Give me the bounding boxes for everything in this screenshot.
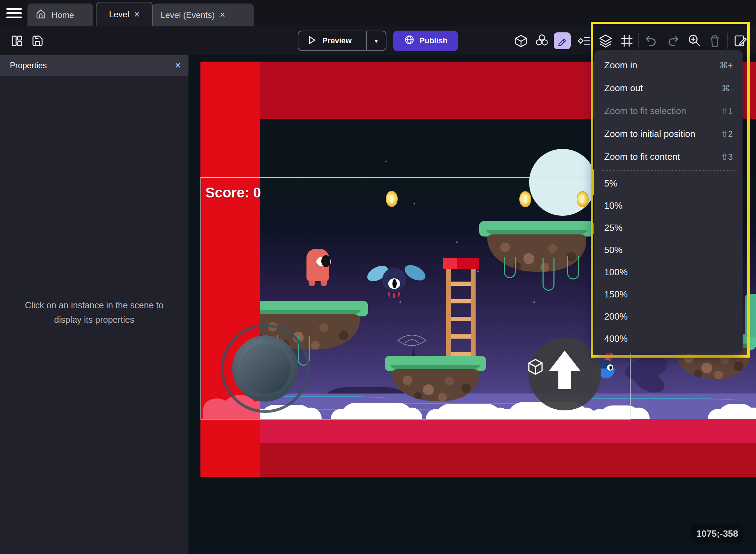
menu-item-label: Zoom out — [604, 83, 643, 94]
menu-item-label: 400% — [604, 333, 628, 344]
menu-item-zoom-400[interactable]: 400% — [594, 328, 743, 350]
menu-item-zoom-fit-content[interactable]: Zoom to fit content ⇧3 — [594, 145, 743, 168]
redo-icon[interactable] — [665, 33, 681, 49]
up-arrow-stem — [558, 370, 571, 389]
tab-level[interactable]: Level × — [96, 2, 153, 26]
up-arrow-icon — [549, 351, 581, 371]
menu-item-zoom-150[interactable]: 150% — [594, 283, 743, 306]
properties-panel-header: Properties × — [0, 55, 188, 76]
trash-icon[interactable] — [707, 33, 723, 49]
app-window: Home Level × Level (Events) × Preview ▼ — [0, 0, 756, 554]
close-tab-icon[interactable]: × — [219, 10, 225, 20]
menu-item-label: 200% — [604, 311, 628, 322]
toolbar-divider — [638, 33, 639, 49]
menu-divider — [602, 170, 735, 171]
properties-panel-title: Properties — [10, 61, 47, 70]
menu-item-zoom-50[interactable]: 50% — [594, 239, 743, 261]
instances-list-icon[interactable] — [577, 33, 592, 49]
menu-item-label: 100% — [604, 267, 628, 278]
hamburger-bar — [6, 8, 22, 10]
home-icon — [35, 8, 47, 22]
save-icon[interactable] — [30, 33, 45, 49]
menu-item-shortcut: ⇧2 — [721, 129, 733, 139]
menu-item-zoom-initial-position[interactable]: Zoom to initial position ⇧2 — [594, 122, 743, 145]
menu-item-label: Zoom in — [604, 60, 637, 71]
panels-layout-icon[interactable] — [9, 33, 25, 49]
menu-item-zoom-25[interactable]: 25% — [594, 217, 743, 239]
stars-decor — [188, 55, 190, 56]
hamburger-bar — [6, 12, 22, 14]
menu-item-zoom-fit-selection: Zoom to fit selection ⇧1 — [594, 100, 743, 122]
menu-item-zoom-10[interactable]: 10% — [594, 195, 743, 217]
properties-panel: Properties × Click on an instance in the… — [0, 55, 188, 554]
menu-item-zoom-out[interactable]: Zoom out ⌘- — [594, 77, 743, 100]
tab-bar: Home Level × Level (Events) × — [0, 0, 756, 26]
publish-label: Publish — [420, 36, 447, 45]
close-tab-icon[interactable]: × — [134, 10, 140, 19]
menu-item-label: 150% — [604, 289, 628, 300]
pencil-icon — [557, 36, 568, 46]
menu-item-shortcut: ⇧3 — [721, 152, 733, 162]
menu-item-label: 5% — [604, 178, 618, 189]
red-wall-bottom[interactable] — [260, 419, 756, 443]
properties-empty-message: Click on an instance in the scene to dis… — [14, 298, 174, 327]
menu-item-label: 50% — [604, 245, 622, 256]
menu-item-label: Zoom to fit content — [604, 151, 680, 162]
globe-icon — [404, 34, 415, 48]
menu-item-zoom-200[interactable]: 200% — [594, 306, 743, 328]
preview-label: Preview — [322, 36, 352, 45]
close-panel-icon[interactable]: × — [175, 60, 181, 71]
zoom-dropdown-menu: Zoom in ⌘+ Zoom out ⌘- Zoom to fit selec… — [594, 50, 743, 353]
platform-edge-sliver — [745, 294, 756, 337]
score-text: Score: 0 — [205, 185, 261, 201]
publish-button[interactable]: Publish — [393, 31, 458, 51]
tab-label: Level — [109, 10, 129, 19]
menu-item-label: 10% — [604, 200, 622, 211]
grid-icon[interactable] — [619, 33, 634, 49]
tab-home[interactable]: Home — [27, 4, 93, 26]
zoom-in-icon[interactable] — [687, 33, 702, 49]
edit-scene-events-icon[interactable] — [733, 33, 748, 49]
hamburger-bar — [6, 17, 22, 18]
menu-item-label: Zoom to initial position — [604, 128, 695, 139]
layers-icon[interactable] — [598, 33, 613, 49]
menu-item-shortcut: ⌘- — [721, 83, 733, 93]
play-icon — [306, 35, 317, 47]
red-wall-bottom-dark — [260, 443, 756, 477]
preview-button[interactable]: Preview ▼ — [298, 31, 386, 51]
hamburger-menu-icon[interactable] — [6, 8, 23, 19]
preview-dropdown-caret[interactable]: ▼ — [367, 31, 386, 50]
menu-item-zoom-5[interactable]: 5% — [594, 172, 743, 195]
crate-wireframe-instance[interactable] — [527, 358, 544, 378]
menu-item-shortcut: ⌘+ — [719, 61, 733, 70]
joystick-knob — [240, 343, 291, 394]
edit-tool-button[interactable] — [554, 32, 571, 49]
menu-item-shortcut: ⇧1 — [721, 106, 733, 116]
menu-item-label: Zoom to fit selection — [604, 106, 686, 117]
object-groups-icon[interactable] — [534, 33, 550, 49]
toolbar-divider — [727, 33, 728, 49]
tab-label: Home — [51, 10, 74, 20]
cursor-coordinates-badge: 1075;-358 — [691, 524, 743, 543]
menu-item-zoom-100[interactable]: 100% — [594, 261, 743, 283]
menu-item-zoom-in[interactable]: Zoom in ⌘+ — [594, 54, 743, 77]
undo-icon[interactable] — [643, 33, 659, 49]
objects-cube-icon[interactable] — [513, 33, 529, 49]
tab-level-events[interactable]: Level (Events) × — [153, 4, 254, 26]
tab-label: Level (Events) — [161, 10, 215, 20]
menu-item-label: 25% — [604, 222, 622, 233]
